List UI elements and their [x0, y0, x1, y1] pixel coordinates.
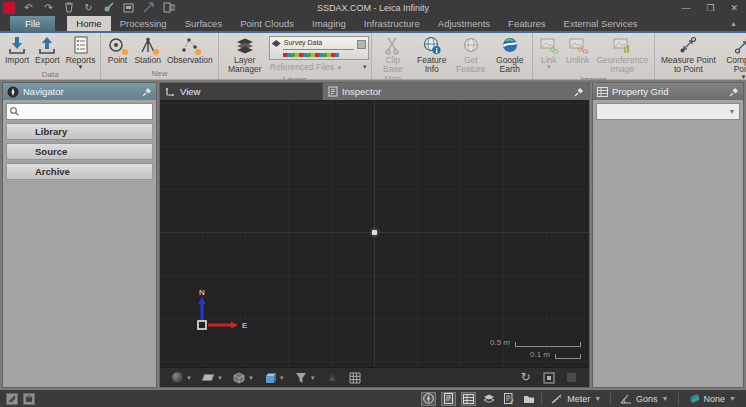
background-map-dropdown[interactable]: None ▼ — [684, 393, 740, 404]
navigator-toggle-button[interactable] — [421, 392, 436, 406]
send-to-icon[interactable] — [142, 2, 155, 14]
navigator-compass-icon — [7, 86, 19, 98]
angle-unit-dropdown[interactable]: Gons ▼ — [616, 394, 672, 404]
property-grid-title: Property Grid — [612, 86, 669, 97]
clip-base-map-button[interactable]: Clip Base Map — [374, 34, 412, 84]
referenced-files-button[interactable]: Referenced Files ▼ — [270, 62, 343, 72]
zoom-extents-button[interactable] — [539, 370, 558, 386]
title-bar: ↶ ↷ ↻ SSDAX.COM - Leica Infinity — ❐ ✕ — [0, 0, 746, 16]
reports-button[interactable]: Reports ▼ — [63, 34, 99, 70]
unlink-image-icon — [567, 36, 589, 55]
reports-toggle-button[interactable] — [501, 392, 516, 406]
layers-toggle-button[interactable] — [481, 392, 496, 406]
property-object-selector[interactable]: ▼ — [596, 103, 740, 120]
property-grid-header[interactable]: Property Grid — [593, 83, 743, 100]
tab-point-clouds[interactable]: Point Clouds — [231, 16, 303, 31]
link-image-button[interactable]: Link ▼ — [535, 34, 563, 75]
search-input[interactable] — [22, 107, 149, 117]
undo-icon[interactable]: ↶ — [22, 2, 35, 14]
view-tab[interactable]: View — [160, 83, 322, 100]
reset-rotation-button[interactable]: ↻ — [516, 370, 535, 386]
grid-toggle-button[interactable] — [346, 370, 365, 386]
statusbar-separator — [678, 393, 679, 405]
snap-toggle-button[interactable] — [6, 393, 18, 405]
ortho-toggle-button[interactable] — [23, 393, 35, 405]
origin-point-marker — [372, 230, 377, 235]
ribbon-group-layers: Layer Manager Survey Data Referenced Fil… — [219, 33, 372, 79]
window-controls: — ❐ ✕ — [681, 0, 738, 16]
layer-manager-button[interactable]: Layer Manager — [221, 34, 269, 75]
view-orientation-button[interactable]: ▼ — [168, 370, 195, 386]
export-label: Export — [35, 56, 60, 65]
tab-imaging[interactable]: Imaging — [303, 16, 355, 31]
pin-icon[interactable] — [142, 87, 152, 97]
redo-icon[interactable]: ↷ — [42, 2, 55, 14]
distance-unit-dropdown[interactable]: Meter ▼ — [547, 394, 605, 404]
feature-info-button[interactable]: Feature Info — [412, 34, 452, 84]
measure-tool-button[interactable]: ▼ — [199, 370, 226, 386]
pin-icon[interactable] — [729, 87, 739, 97]
layers-toggle-icon — [483, 393, 495, 404]
pin-icon[interactable] — [574, 87, 584, 97]
tools-icon[interactable] — [102, 2, 115, 14]
ruler-icon — [551, 394, 563, 404]
navigator-header[interactable]: Navigator — [3, 83, 156, 100]
close-button[interactable]: ✕ — [730, 0, 738, 16]
section-archive[interactable]: Archive — [6, 163, 153, 180]
new-point-button[interactable]: Point — [103, 34, 131, 69]
get-feature-label: Get Feature — [455, 56, 487, 75]
minimize-button[interactable]: — — [681, 0, 690, 16]
compute-point-button[interactable]: Compute Point ▼ — [719, 34, 746, 80]
compute-point-icon — [732, 36, 746, 55]
collapse-ribbon-icon[interactable]: ▲ — [730, 20, 737, 27]
leica-app-logo-icon[interactable] — [3, 2, 15, 14]
tab-adjustments[interactable]: Adjustments — [429, 16, 499, 31]
export-button[interactable]: Export — [32, 34, 63, 70]
google-earth-button[interactable]: Google Earth — [490, 34, 530, 84]
tab-infrastructure[interactable]: Infrastructure — [355, 16, 429, 31]
measure-point-to-point-button[interactable]: Measure Point to Point — [657, 34, 719, 80]
inspector-tab[interactable]: Inspector — [322, 83, 589, 100]
disabled-cube-button[interactable] — [562, 370, 581, 386]
layer-gallery[interactable]: Survey Data — [269, 36, 369, 60]
tab-file[interactable]: File — [10, 16, 55, 31]
section-source[interactable]: Source — [6, 143, 153, 160]
inspector-toggle-button[interactable] — [441, 392, 456, 406]
tab-processing[interactable]: Processing — [111, 16, 176, 31]
group-label-data: Data — [2, 70, 98, 80]
tab-external-services[interactable]: External Services — [555, 16, 647, 31]
view-panel: View Inspector N E — [159, 82, 590, 388]
tab-home[interactable]: Home — [67, 16, 110, 31]
layers-display-button[interactable]: ▼ — [261, 370, 288, 386]
map-canvas[interactable]: N E 0.5 m 0.1 m — [160, 100, 589, 367]
new-observation-button[interactable]: Observation — [164, 34, 216, 69]
section-library[interactable]: Library — [6, 123, 153, 140]
gallery-dropdown-caret[interactable]: ▼ — [362, 65, 368, 70]
view-tab-title: View — [180, 86, 200, 97]
disabled-tool-button[interactable]: ▲ — [323, 370, 342, 386]
get-feature-button[interactable]: Get Feature — [452, 34, 490, 84]
restore-button[interactable]: ❐ — [706, 0, 714, 16]
import-button[interactable]: Import — [2, 34, 32, 70]
sync-icon[interactable]: ↻ — [82, 2, 95, 14]
scale-small-bar — [555, 354, 581, 359]
tab-surfaces[interactable]: Surfaces — [176, 16, 232, 31]
archive-toggle-button[interactable] — [521, 392, 536, 406]
unlink-image-button[interactable]: Unlink — [563, 34, 593, 75]
filter-button[interactable]: ▼ — [292, 370, 319, 386]
window-layout-icon[interactable] — [162, 2, 175, 14]
main-area: Navigator Library Source Archive View — [0, 80, 746, 390]
property-grid-toggle-button[interactable] — [461, 392, 476, 406]
archive-box-icon[interactable] — [122, 2, 135, 14]
ribbon: Import Export Reports ▼ Data — [0, 33, 746, 80]
status-bar: Meter ▼ Gons ▼ None ▼ — [0, 390, 746, 407]
layer-gallery-item[interactable]: Survey Data — [270, 37, 368, 46]
georeference-image-button[interactable]: Georeference Image — [592, 34, 652, 75]
navigator-search-box[interactable] — [6, 103, 153, 120]
new-badge — [195, 49, 201, 55]
new-station-button[interactable]: Station — [131, 34, 163, 69]
view-mode-button[interactable]: ▼ — [230, 370, 257, 386]
delete-icon[interactable] — [62, 2, 75, 14]
point-label: Point — [108, 56, 127, 65]
tab-features[interactable]: Features — [499, 16, 555, 31]
